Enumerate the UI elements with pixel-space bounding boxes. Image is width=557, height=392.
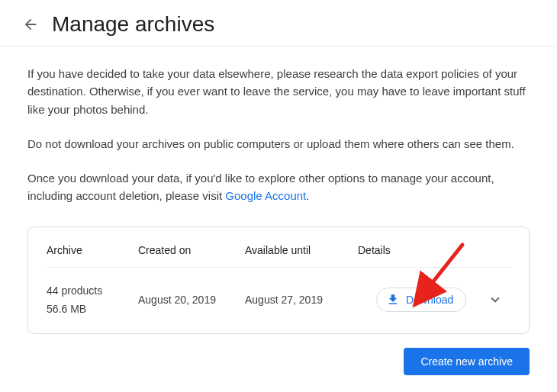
- col-header-available: Available until: [245, 244, 358, 256]
- arrow-left-icon: [22, 16, 39, 33]
- footer-actions: Create new archive: [27, 348, 530, 375]
- intro-paragraph-1: If you have decided to take your data el…: [27, 65, 530, 118]
- download-button-label: Download: [406, 294, 453, 306]
- back-button[interactable]: [15, 9, 46, 40]
- col-header-archive: Archive: [47, 244, 138, 256]
- archives-card: Archive Created on Available until Detai…: [27, 227, 530, 334]
- download-button[interactable]: Download: [376, 288, 466, 312]
- page-header: Manage archives: [0, 0, 557, 47]
- col-header-created: Created on: [138, 244, 245, 256]
- table-header-row: Archive Created on Available until Detai…: [47, 227, 510, 268]
- cell-archive: 44 products 56.6 MB: [47, 284, 138, 315]
- page-content: If you have decided to take your data el…: [0, 47, 557, 390]
- cell-details: Download: [358, 288, 480, 312]
- expand-row-button[interactable]: [480, 284, 510, 315]
- cell-available-until: August 27, 2019: [245, 294, 358, 306]
- cell-created-on: August 20, 2019: [138, 294, 245, 306]
- google-account-link[interactable]: Google Account: [225, 189, 306, 202]
- chevron-down-icon: [487, 291, 504, 308]
- intro-p3-suffix: .: [306, 189, 309, 202]
- archive-size: 56.6 MB: [47, 303, 86, 315]
- create-new-archive-button[interactable]: Create new archive: [404, 348, 530, 375]
- intro-paragraph-3: Once you download your data, if you'd li…: [27, 169, 530, 205]
- archive-products-count: 44 products: [47, 284, 138, 297]
- table-row: 44 products 56.6 MB August 20, 2019 Augu…: [47, 268, 510, 333]
- download-icon: [386, 293, 400, 307]
- page-title: Manage archives: [52, 12, 214, 37]
- intro-paragraph-2: Do not download your archives on public …: [27, 135, 530, 153]
- archives-table: Archive Created on Available until Detai…: [47, 227, 510, 333]
- col-header-details: Details: [358, 244, 480, 256]
